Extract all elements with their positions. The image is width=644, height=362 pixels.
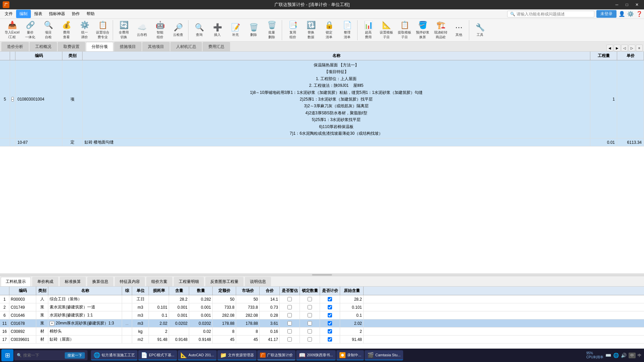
taskbar-app-explorer[interactable]: 📁 文件资源管理器	[217, 350, 257, 360]
tab-fee-settings[interactable]: 取费设置	[58, 42, 85, 51]
calc-checkbox[interactable]	[328, 297, 332, 301]
taskbar-app-glj[interactable]: 广 广联达预算计价	[257, 350, 296, 360]
lock-list-button[interactable]: 🔒锁定清单	[320, 21, 338, 40]
cell-lock[interactable]	[300, 303, 320, 311]
expand-button[interactable]: +	[50, 321, 54, 326]
tab-price-scheme[interactable]: 组价方案	[146, 277, 172, 286]
calc-checkbox[interactable]	[328, 329, 332, 334]
user-icon[interactable]: 👤	[619, 11, 625, 17]
temp-checkbox[interactable]	[287, 297, 292, 301]
taskbar-app-record[interactable]: ⏺️ 录制中...	[336, 350, 364, 360]
temp-checkbox[interactable]	[287, 337, 292, 342]
menu-report[interactable]: 报表	[31, 10, 46, 18]
cell-lock[interactable]	[300, 327, 320, 335]
temp-checkbox[interactable]	[287, 321, 292, 325]
start-button[interactable]: ⊞	[1, 349, 13, 361]
tab-cost-analysis[interactable]: 造价分析	[1, 42, 29, 51]
list-item[interactable]: 6 C01646 浆 水泥砂浆(掺建筑胶）1:1 m3 0.1 0.001 0.…	[0, 311, 644, 319]
tab-description[interactable]: 说明信息	[245, 277, 271, 286]
tab-labor-material[interactable]: 人材机汇总	[170, 42, 202, 51]
tab-qty-detail[interactable]: 工程量明细	[174, 277, 204, 286]
network-icon[interactable]: 🌐	[613, 353, 619, 358]
set-template-button[interactable]: 📐设置模板子目	[378, 21, 395, 40]
cell-is-temp[interactable]	[280, 295, 300, 303]
lock-checkbox[interactable]	[308, 321, 312, 325]
tab-measures[interactable]: 措施项目	[114, 42, 142, 51]
table-row[interactable]: 5 − 010803001004 项 保温隔热屋面 【方法一】 【项目特征】 1…	[0, 60, 644, 138]
batch-delete-button[interactable]: 🗑️批量删除	[263, 21, 280, 40]
tab-standard-convert[interactable]: 标准换算	[60, 277, 86, 286]
list-item[interactable]: 16 C00892 材 棉纱头 kg 2 0.02 8 8 0.16 2	[0, 327, 644, 336]
allfee-switch-button[interactable]: 🔄全费用切换	[115, 21, 132, 40]
search-button[interactable]: 搜索一下	[65, 352, 85, 359]
extract-template-button[interactable]: 📋提取模板子目	[396, 21, 413, 40]
cloud-save-button[interactable]: ☁️云存档	[133, 21, 151, 40]
volume-icon[interactable]: 🔊	[621, 353, 627, 358]
calc-checkbox[interactable]	[328, 337, 332, 342]
cell-is-calc[interactable]	[320, 295, 340, 303]
keyboard-icon[interactable]: ⌨️	[605, 353, 611, 358]
taskbar-search-input[interactable]	[23, 353, 63, 358]
tab-labor-machine[interactable]: 工料机显示	[1, 277, 31, 286]
close-button[interactable]: ✕	[633, 1, 641, 8]
taskbar-app-autocad[interactable]: 📐 AutoCAD 201...	[178, 350, 217, 360]
reuse-price-button[interactable]: 📑复用组价	[284, 21, 302, 40]
settings-icon[interactable]: ⚙️	[627, 11, 634, 17]
temp-checkbox[interactable]	[287, 305, 292, 309]
tab-convert-info[interactable]: 换算信息	[87, 277, 113, 286]
tab-parts[interactable]: 分部分项	[86, 42, 113, 51]
lock-checkbox[interactable]	[308, 313, 312, 317]
cell-is-calc[interactable]	[320, 319, 340, 327]
lock-checkbox[interactable]	[308, 329, 312, 334]
cell-lock[interactable]	[300, 319, 320, 327]
list-item[interactable]: 2 C01749 浆 素水泥浆(掺建筑胶）一道 m3 0.101 0.001 0…	[0, 303, 644, 311]
menu-indicator[interactable]: 指标神器	[46, 10, 68, 18]
cell-lock[interactable]	[300, 336, 320, 343]
cell-is-temp[interactable]	[280, 303, 300, 311]
menu-collab[interactable]: 协作	[68, 10, 83, 18]
tab-features[interactable]: 特征及内容	[115, 277, 145, 286]
toolbar-search-input[interactable]	[517, 12, 590, 16]
tools-button[interactable]: 🔧工具	[471, 21, 489, 40]
nav-right-button[interactable]: ▶	[614, 45, 621, 51]
nav-menu-button[interactable]: ≡	[636, 45, 643, 51]
insert-button[interactable]: ➕插入	[209, 21, 226, 40]
taskbar-app-epc[interactable]: 📄 EPC模式下基...	[138, 350, 177, 360]
import-excel-button[interactable]: 📥导入Excel /工程	[3, 21, 21, 40]
minimize-button[interactable]: ─	[612, 1, 621, 8]
cell-lock[interactable]	[300, 311, 320, 319]
nav-prev-button[interactable]: ◁	[621, 45, 628, 51]
cell-is-calc[interactable]	[320, 336, 340, 343]
superhigh-fee-button[interactable]: 📊超高费用	[360, 21, 377, 40]
project-check-button[interactable]: 🔍项目自检	[40, 21, 57, 40]
cell-is-calc[interactable]	[320, 303, 340, 311]
organize-list-button[interactable]: 📄整理清单	[338, 21, 356, 40]
tab-project-overview[interactable]: 工程概况	[30, 42, 57, 51]
tab-unit-price[interactable]: 单价构成	[32, 277, 58, 286]
fee-view-button[interactable]: 💰费用查看	[58, 21, 75, 40]
unified-adjust-button[interactable]: ⚙️统一调价	[76, 21, 93, 40]
delete-button[interactable]: 🗑️删除	[245, 21, 262, 40]
taskbar-app-browser[interactable]: 🌐 铝方通吊顶施工工艺	[91, 350, 138, 360]
table-row[interactable]: 10-87 定 缸砖 楼地面勾缝 0.01 6113.34	[0, 138, 644, 146]
other-button[interactable]: ⋯其他	[450, 21, 468, 40]
lock-checkbox[interactable]	[308, 337, 312, 342]
tab-reverse-check[interactable]: 反查图形工程量	[205, 277, 244, 286]
list-item[interactable]: 17 C0039601 材 缸砖（屋面） m2 91.48 0.9148 0.9…	[0, 336, 644, 344]
cell-is-temp[interactable]	[280, 311, 300, 319]
smart-price-button[interactable]: 🤖智能组价	[151, 21, 169, 40]
menu-file[interactable]: 文件	[1, 10, 16, 18]
nav-next-button[interactable]: ▷	[629, 45, 635, 51]
login-button[interactable]: 未登录	[596, 10, 616, 18]
set-composite-button[interactable]: 📋设置综合费专业	[94, 21, 111, 40]
replace-data-button[interactable]: 🔃替换数据	[302, 21, 320, 40]
cell-lock[interactable]	[300, 295, 320, 303]
supplement-button[interactable]: 📝补充	[227, 21, 244, 40]
temp-checkbox[interactable]	[287, 329, 292, 334]
tab-fee-summary[interactable]: 费用汇总	[203, 42, 230, 51]
lock-checkbox[interactable]	[308, 305, 312, 309]
cloud-check-button[interactable]: 🔎云检查	[169, 21, 187, 40]
qty-price-button[interactable]: 🔗量价一体化	[21, 21, 39, 40]
nav-left-button[interactable]: ◀	[606, 45, 613, 51]
calc-checkbox[interactable]	[328, 321, 332, 325]
